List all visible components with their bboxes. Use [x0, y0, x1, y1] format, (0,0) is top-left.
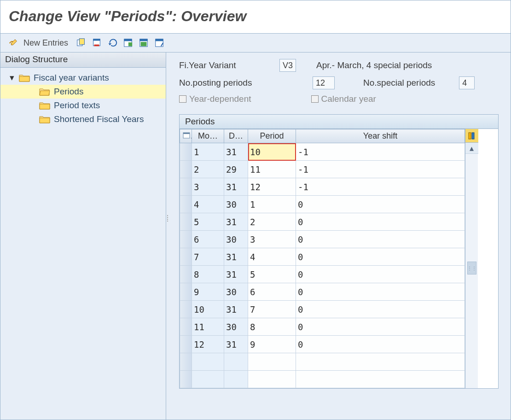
table-cell[interactable]: -1 [296, 161, 465, 178]
table-cell[interactable]: 30 [224, 283, 248, 301]
grid-table[interactable]: Mo… D… Period Year shift 13110-122911-13… [180, 129, 465, 388]
table-row[interactable]: 83150 [180, 266, 465, 283]
calendar-year-checkbox[interactable]: Calendar year [311, 94, 384, 104]
scroll-up-icon[interactable]: ▴ [465, 143, 478, 154]
table-cell[interactable]: 0 [296, 231, 465, 248]
table-cell[interactable]: 31 [224, 143, 248, 161]
table-cell[interactable]: 0 [296, 266, 465, 283]
toggle-edit-icon[interactable] [7, 36, 20, 49]
table-row[interactable]: 22911-1 [180, 161, 465, 178]
table-cell[interactable]: 8 [248, 318, 296, 336]
table-cell[interactable] [192, 353, 224, 371]
table-cell[interactable]: 30 [224, 231, 248, 248]
table-cell[interactable] [296, 353, 465, 371]
expand-icon[interactable]: ▾ [9, 72, 15, 83]
fi-year-variant-code[interactable]: V3 [279, 59, 296, 72]
table-cell[interactable]: 9 [248, 336, 296, 353]
table-row[interactable]: 113080 [180, 318, 465, 336]
table-cell[interactable]: 7 [248, 301, 296, 318]
table-cell[interactable]: 12 [192, 336, 224, 353]
table-row[interactable]: 13110-1 [180, 143, 465, 161]
delete-icon[interactable] [90, 36, 103, 49]
table-cell[interactable]: 31 [224, 266, 248, 283]
table-row[interactable]: 123190 [180, 336, 465, 353]
col-month[interactable]: Mo… [192, 129, 224, 143]
table-cell[interactable]: 4 [192, 196, 224, 213]
table-cell[interactable]: 31 [224, 336, 248, 353]
table-cell[interactable]: 30 [224, 196, 248, 213]
row-selector-header[interactable] [180, 129, 192, 143]
table-cell[interactable]: 0 [296, 336, 465, 353]
row-selector[interactable] [180, 353, 192, 371]
grid-config-icon[interactable] [465, 129, 478, 143]
tree-item[interactable]: ▾Fiscal year variants [0, 70, 166, 85]
table-cell[interactable]: 31 [224, 213, 248, 231]
table-cell[interactable]: 0 [296, 301, 465, 318]
table-cell[interactable]: 1 [192, 143, 224, 161]
table-cell[interactable]: 11 [248, 161, 296, 178]
table-row[interactable]: 93060 [180, 283, 465, 301]
special-periods-value[interactable]: 4 [459, 76, 475, 89]
table-cell[interactable] [224, 353, 248, 371]
table-cell[interactable]: 3 [192, 178, 224, 196]
table-row[interactable]: 73140 [180, 248, 465, 266]
row-selector[interactable] [180, 178, 192, 196]
table-cell[interactable]: 0 [296, 318, 465, 336]
row-selector[interactable] [180, 248, 192, 266]
row-selector[interactable] [180, 161, 192, 178]
table-cell[interactable]: 31 [224, 178, 248, 196]
row-selector[interactable] [180, 213, 192, 231]
table-cell[interactable]: 4 [248, 248, 296, 266]
scrollbar-thumb[interactable]: ⋮⋮ [467, 262, 476, 274]
col-day[interactable]: D… [224, 129, 248, 143]
undo-icon[interactable] [106, 36, 119, 49]
row-selector[interactable] [180, 371, 192, 388]
year-dependent-checkbox[interactable]: Year-dependent [179, 94, 260, 104]
col-shift[interactable]: Year shift [296, 129, 465, 143]
row-selector[interactable] [180, 283, 192, 301]
row-selector[interactable] [180, 266, 192, 283]
row-selector[interactable] [180, 143, 192, 161]
table-cell[interactable]: 3 [248, 231, 296, 248]
table-cell[interactable] [296, 371, 465, 388]
table-row[interactable]: 53120 [180, 213, 465, 231]
table-cell[interactable]: 29 [224, 161, 248, 178]
deselect-all-icon[interactable] [153, 36, 166, 49]
table-row[interactable]: 43010 [180, 196, 465, 213]
table-cell[interactable]: 0 [296, 196, 465, 213]
table-cell[interactable]: 12 [248, 178, 296, 196]
tree-item[interactable]: Periods [0, 85, 166, 99]
copy-as-icon[interactable] [75, 36, 87, 49]
table-cell[interactable]: 30 [224, 318, 248, 336]
scrollbar-track[interactable]: ⋮⋮ [467, 155, 476, 387]
table-cell[interactable]: 0 [296, 248, 465, 266]
table-cell[interactable]: 5 [192, 213, 224, 231]
table-cell[interactable]: 6 [192, 231, 224, 248]
table-row[interactable]: 103170 [180, 301, 465, 318]
row-selector[interactable] [180, 336, 192, 353]
table-cell[interactable]: 1 [248, 196, 296, 213]
row-selector[interactable] [180, 318, 192, 336]
row-selector[interactable] [180, 301, 192, 318]
row-selector[interactable] [180, 196, 192, 213]
table-cell[interactable]: 11 [192, 318, 224, 336]
table-cell[interactable]: -1 [296, 178, 465, 196]
table-row[interactable] [180, 371, 465, 388]
table-cell[interactable]: 6 [248, 283, 296, 301]
table-cell[interactable]: 10 [248, 143, 296, 161]
row-selector[interactable] [180, 231, 192, 248]
table-cell[interactable]: 5 [248, 266, 296, 283]
table-row[interactable] [180, 353, 465, 371]
tree-item[interactable]: Period texts [0, 99, 166, 112]
select-all-icon[interactable] [122, 36, 134, 49]
table-cell[interactable]: 2 [248, 213, 296, 231]
table-cell[interactable]: 0 [296, 283, 465, 301]
table-cell[interactable]: 2 [192, 161, 224, 178]
new-entries-button[interactable]: New Entries [23, 37, 72, 49]
table-cell[interactable] [224, 371, 248, 388]
select-block-icon[interactable] [137, 36, 150, 49]
table-cell[interactable] [248, 353, 296, 371]
table-cell[interactable]: 31 [224, 248, 248, 266]
table-cell[interactable] [192, 371, 224, 388]
table-cell[interactable]: 8 [192, 266, 224, 283]
